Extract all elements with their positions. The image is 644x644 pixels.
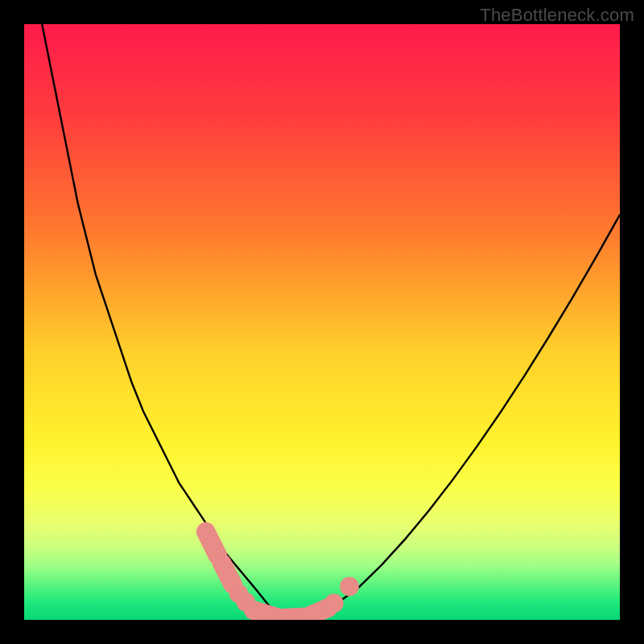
pill-1 (206, 531, 218, 555)
chart-frame: TheBottleneck.com (0, 0, 644, 644)
dot-4 (340, 577, 359, 597)
pill-2 (222, 564, 233, 584)
plot-background (24, 24, 620, 620)
watermark-text: TheBottleneck.com (480, 5, 634, 26)
dot-3 (324, 593, 344, 613)
pill-3 (254, 610, 278, 617)
chart-plot (24, 24, 620, 620)
pill-5 (312, 608, 328, 615)
